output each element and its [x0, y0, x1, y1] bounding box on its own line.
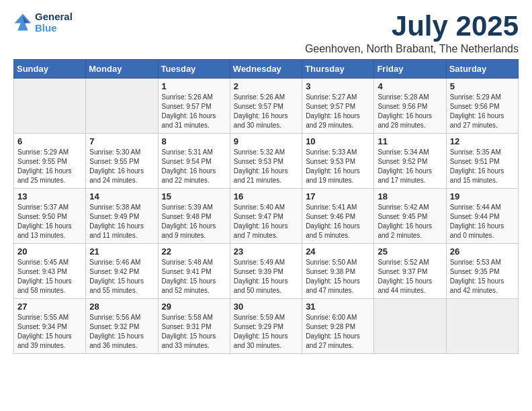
- calendar-header-row: SundayMondayTuesdayWednesdayThursdayFrid…: [14, 60, 519, 79]
- day-number: 17: [306, 191, 370, 201]
- calendar-cell: 3Sunrise: 5:27 AM Sunset: 9:57 PM Daylig…: [302, 79, 374, 134]
- cell-content: Sunrise: 5:38 AM Sunset: 9:49 PM Dayligh…: [89, 203, 154, 240]
- cell-content: Sunrise: 5:45 AM Sunset: 9:43 PM Dayligh…: [17, 258, 82, 295]
- calendar-cell: 30Sunrise: 5:59 AM Sunset: 9:29 PM Dayli…: [230, 299, 302, 354]
- calendar-cell: 4Sunrise: 5:28 AM Sunset: 9:56 PM Daylig…: [374, 79, 446, 134]
- calendar-cell: 29Sunrise: 5:58 AM Sunset: 9:31 PM Dayli…: [158, 299, 230, 354]
- month-title: July 2025: [305, 11, 519, 42]
- day-number: 23: [234, 246, 298, 257]
- calendar-week-row: 13Sunrise: 5:37 AM Sunset: 9:50 PM Dayli…: [14, 189, 519, 244]
- day-number: 6: [17, 136, 82, 146]
- calendar-day-header: Thursday: [302, 60, 374, 79]
- day-number: 14: [89, 191, 154, 201]
- day-number: 7: [89, 136, 154, 146]
- cell-content: Sunrise: 5:52 AM Sunset: 9:37 PM Dayligh…: [378, 258, 442, 295]
- calendar-cell: 2Sunrise: 5:26 AM Sunset: 9:57 PM Daylig…: [230, 79, 302, 134]
- cell-content: Sunrise: 5:31 AM Sunset: 9:54 PM Dayligh…: [162, 148, 226, 185]
- calendar-cell: 22Sunrise: 5:48 AM Sunset: 9:41 PM Dayli…: [158, 244, 230, 299]
- calendar-cell: 8Sunrise: 5:31 AM Sunset: 9:54 PM Daylig…: [158, 134, 230, 189]
- calendar-week-row: 27Sunrise: 5:55 AM Sunset: 9:34 PM Dayli…: [14, 299, 519, 354]
- cell-content: Sunrise: 5:34 AM Sunset: 9:52 PM Dayligh…: [378, 148, 442, 185]
- cell-content: Sunrise: 5:30 AM Sunset: 9:55 PM Dayligh…: [89, 148, 154, 185]
- cell-content: Sunrise: 5:39 AM Sunset: 9:48 PM Dayligh…: [162, 203, 226, 240]
- day-number: 11: [378, 136, 442, 146]
- day-number: 13: [17, 191, 82, 201]
- cell-content: Sunrise: 5:56 AM Sunset: 9:32 PM Dayligh…: [89, 313, 154, 351]
- cell-content: Sunrise: 5:59 AM Sunset: 9:29 PM Dayligh…: [234, 313, 298, 351]
- header: General Blue July 2025 Geenhoven, North …: [13, 11, 519, 55]
- day-number: 29: [162, 302, 226, 312]
- calendar-day-header: Sunday: [14, 60, 86, 79]
- calendar-cell: 10Sunrise: 5:33 AM Sunset: 9:53 PM Dayli…: [302, 134, 374, 189]
- calendar-cell: 12Sunrise: 5:35 AM Sunset: 9:51 PM Dayli…: [446, 134, 518, 189]
- cell-content: Sunrise: 5:29 AM Sunset: 9:56 PM Dayligh…: [450, 93, 515, 130]
- cell-content: Sunrise: 5:42 AM Sunset: 9:45 PM Dayligh…: [378, 203, 442, 240]
- calendar-cell: 19Sunrise: 5:44 AM Sunset: 9:44 PM Dayli…: [446, 189, 518, 244]
- calendar-cell: 21Sunrise: 5:46 AM Sunset: 9:42 PM Dayli…: [86, 244, 158, 299]
- calendar-day-header: Monday: [86, 60, 158, 79]
- day-number: 19: [450, 191, 515, 201]
- cell-content: Sunrise: 5:41 AM Sunset: 9:46 PM Dayligh…: [306, 203, 370, 240]
- day-number: 16: [234, 191, 298, 201]
- day-number: 24: [306, 246, 370, 257]
- page: General Blue July 2025 Geenhoven, North …: [0, 0, 532, 365]
- day-number: 5: [450, 81, 515, 91]
- calendar-cell: 26Sunrise: 5:53 AM Sunset: 9:35 PM Dayli…: [446, 244, 518, 299]
- calendar-week-row: 1Sunrise: 5:26 AM Sunset: 9:57 PM Daylig…: [14, 79, 519, 134]
- calendar-cell: 27Sunrise: 5:55 AM Sunset: 9:34 PM Dayli…: [14, 299, 86, 354]
- cell-content: Sunrise: 5:26 AM Sunset: 9:57 PM Dayligh…: [234, 93, 298, 130]
- logo-icon: [13, 13, 32, 32]
- calendar-cell: [374, 299, 446, 354]
- day-number: 9: [234, 136, 298, 146]
- svg-marker-0: [15, 14, 32, 31]
- calendar-cell: 25Sunrise: 5:52 AM Sunset: 9:37 PM Dayli…: [374, 244, 446, 299]
- day-number: 4: [378, 81, 442, 91]
- calendar-day-header: Friday: [374, 60, 446, 79]
- calendar-week-row: 6Sunrise: 5:29 AM Sunset: 9:55 PM Daylig…: [14, 134, 519, 189]
- day-number: 1: [162, 81, 226, 91]
- calendar-cell: 23Sunrise: 5:49 AM Sunset: 9:39 PM Dayli…: [230, 244, 302, 299]
- calendar-cell: 16Sunrise: 5:40 AM Sunset: 9:47 PM Dayli…: [230, 189, 302, 244]
- day-number: 8: [162, 136, 226, 146]
- calendar-cell: [14, 79, 86, 134]
- day-number: 20: [17, 246, 82, 257]
- day-number: 3: [306, 81, 370, 91]
- calendar-cell: 6Sunrise: 5:29 AM Sunset: 9:55 PM Daylig…: [14, 134, 86, 189]
- day-number: 27: [17, 302, 82, 312]
- calendar-table: SundayMondayTuesdayWednesdayThursdayFrid…: [13, 59, 519, 354]
- day-number: 12: [450, 136, 515, 146]
- cell-content: Sunrise: 6:00 AM Sunset: 9:28 PM Dayligh…: [306, 313, 370, 351]
- calendar-cell: 15Sunrise: 5:39 AM Sunset: 9:48 PM Dayli…: [158, 189, 230, 244]
- cell-content: Sunrise: 5:50 AM Sunset: 9:38 PM Dayligh…: [306, 258, 370, 295]
- calendar-cell: 17Sunrise: 5:41 AM Sunset: 9:46 PM Dayli…: [302, 189, 374, 244]
- day-number: 31: [306, 302, 370, 312]
- location-title: Geenhoven, North Brabant, The Netherland…: [305, 43, 519, 55]
- cell-content: Sunrise: 5:44 AM Sunset: 9:44 PM Dayligh…: [450, 203, 515, 240]
- cell-content: Sunrise: 5:55 AM Sunset: 9:34 PM Dayligh…: [17, 313, 82, 351]
- calendar-cell: 9Sunrise: 5:32 AM Sunset: 9:53 PM Daylig…: [230, 134, 302, 189]
- cell-content: Sunrise: 5:27 AM Sunset: 9:57 PM Dayligh…: [306, 93, 370, 130]
- calendar-cell: 7Sunrise: 5:30 AM Sunset: 9:55 PM Daylig…: [86, 134, 158, 189]
- cell-content: Sunrise: 5:28 AM Sunset: 9:56 PM Dayligh…: [378, 93, 442, 130]
- cell-content: Sunrise: 5:49 AM Sunset: 9:39 PM Dayligh…: [234, 258, 298, 295]
- day-number: 2: [234, 81, 298, 91]
- cell-content: Sunrise: 5:53 AM Sunset: 9:35 PM Dayligh…: [450, 258, 515, 295]
- calendar-cell: [86, 79, 158, 134]
- cell-content: Sunrise: 5:32 AM Sunset: 9:53 PM Dayligh…: [234, 148, 298, 185]
- calendar-cell: 20Sunrise: 5:45 AM Sunset: 9:43 PM Dayli…: [14, 244, 86, 299]
- calendar-cell: [446, 299, 518, 354]
- calendar-cell: 11Sunrise: 5:34 AM Sunset: 9:52 PM Dayli…: [374, 134, 446, 189]
- calendar-week-row: 20Sunrise: 5:45 AM Sunset: 9:43 PM Dayli…: [14, 244, 519, 299]
- day-number: 10: [306, 136, 370, 146]
- day-number: 18: [378, 191, 442, 201]
- day-number: 25: [378, 246, 442, 257]
- calendar-cell: 28Sunrise: 5:56 AM Sunset: 9:32 PM Dayli…: [86, 299, 158, 354]
- title-block: July 2025 Geenhoven, North Brabant, The …: [305, 11, 519, 55]
- cell-content: Sunrise: 5:33 AM Sunset: 9:53 PM Dayligh…: [306, 148, 370, 185]
- day-number: 22: [162, 246, 226, 257]
- day-number: 26: [450, 246, 515, 257]
- calendar-cell: 1Sunrise: 5:26 AM Sunset: 9:57 PM Daylig…: [158, 79, 230, 134]
- day-number: 30: [234, 302, 298, 312]
- cell-content: Sunrise: 5:58 AM Sunset: 9:31 PM Dayligh…: [162, 313, 226, 351]
- calendar-day-header: Saturday: [446, 60, 518, 79]
